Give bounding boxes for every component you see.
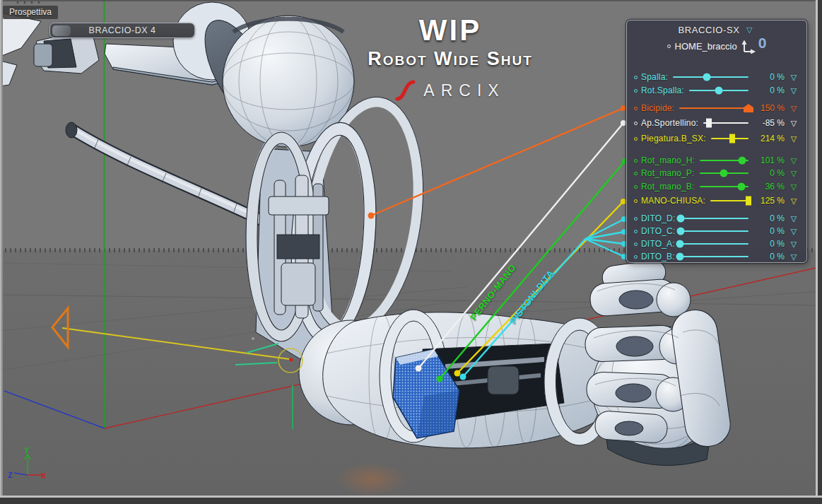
slider-track-mano-chiusa[interactable] — [710, 200, 748, 201]
slider-value-dito-b[interactable]: 0 % — [753, 252, 785, 262]
hud-slider-row-dito-a[interactable]: DITO_A:0 %▽ — [634, 238, 799, 250]
slider-knob-dito-d[interactable] — [676, 215, 684, 223]
slider-value-rot-mano-b[interactable]: 36 % — [753, 182, 785, 192]
slider-knob-dito-c[interactable] — [676, 228, 684, 235]
hud-slider-row-dito-b[interactable]: DITO_B:0 %▽ — [634, 250, 799, 263]
slider-knob-rot-mano-p[interactable] — [720, 170, 728, 177]
slider-knob-piegatura-b-sx[interactable] — [729, 134, 735, 143]
hud-slider-row-rot-spalla[interactable]: Rot.Spalla:0 %▽ — [634, 84, 799, 97]
slider-label-dito-d: DITO_D: — [641, 213, 676, 223]
hud-slider-row-ap-sportellino[interactable]: Ap.Sportellino:-85 %▽ — [634, 117, 799, 129]
dropdown-arrow-icon[interactable]: ▽ — [788, 157, 799, 165]
slider-value-dito-a[interactable]: 0 % — [753, 239, 785, 249]
slider-track-rot-mano-h[interactable] — [700, 160, 748, 161]
chevron-down-icon[interactable]: ▽ — [744, 26, 755, 34]
slider-track-dito-b[interactable] — [680, 256, 748, 257]
hud-home-row[interactable]: HOME_braccio 0 — [634, 38, 799, 54]
hud-panel-braccio-sx[interactable]: BRACCIO-SX ▽ HOME_braccio 0 Spalla:0 %▽R… — [626, 20, 807, 263]
window-grip-dots[interactable] — [14, 1, 42, 4]
slider-knob-spalla[interactable] — [703, 74, 711, 81]
dropdown-arrow-icon[interactable]: ▽ — [788, 105, 799, 112]
slider-value-rot-mano-p[interactable]: 0 % — [753, 168, 785, 178]
dropdown-arrow-icon[interactable]: ▽ — [788, 74, 799, 81]
dropdown-arrow-icon[interactable]: ▽ — [788, 183, 799, 191]
slider-knob-ap-sportellino[interactable] — [706, 119, 712, 128]
object-tag-braccio-dx[interactable]: BRACCIO-DX 4 — [49, 23, 195, 38]
dropdown-arrow-icon[interactable]: ▽ — [788, 253, 799, 261]
slider-track-ap-sportellino[interactable] — [703, 122, 748, 124]
hud-panel-title: BRACCIO-SX — [679, 25, 740, 35]
slider-track-dito-c[interactable] — [681, 230, 748, 232]
hud-slider-row-rot-mano-h[interactable]: Rot_mano_H:101 %▽ — [634, 154, 799, 167]
slider-label-rot-spalla: Rot.Spalla: — [641, 86, 684, 95]
dropdown-arrow-icon[interactable]: ▽ — [788, 170, 799, 177]
slider-label-ap-sportellino: Ap.Sportellino: — [641, 118, 698, 128]
slider-value-rot-mano-h[interactable]: 101 % — [753, 156, 785, 165]
slider-knob-rot-mano-b[interactable] — [738, 183, 746, 191]
slider-track-rot-mano-b[interactable] — [700, 186, 748, 187]
slider-value-rot-spalla[interactable]: 0 % — [753, 86, 785, 95]
slider-knob-bicipide[interactable] — [744, 104, 753, 112]
slider-track-rot-spalla[interactable] — [689, 90, 748, 91]
dropdown-arrow-icon[interactable]: ▽ — [788, 135, 799, 143]
bullet-icon — [634, 159, 638, 163]
slider-label-rot-mano-b: Rot_mano_B: — [641, 182, 695, 192]
bullet-icon — [634, 122, 638, 125]
bullet-icon — [634, 89, 638, 93]
viewport-name-label[interactable]: Prospettiva — [3, 6, 58, 19]
slider-value-ap-sportellino[interactable]: -85 % — [753, 118, 785, 128]
slider-label-mano-chiusa: MANO-CHIUSA: — [641, 196, 705, 206]
slider-track-piegatura-b-sx[interactable] — [711, 138, 748, 139]
slider-value-mano-chiusa[interactable]: 125 % — [753, 196, 785, 206]
dropdown-arrow-icon[interactable]: ▽ — [788, 119, 799, 127]
slider-label-rot-mano-p: Rot_mano_P: — [641, 168, 695, 178]
bullet-icon — [634, 242, 638, 246]
slider-track-bicipide[interactable] — [679, 107, 748, 109]
hud-slider-row-mano-chiusa[interactable]: MANO-CHIUSA:125 %▽ — [634, 194, 799, 207]
slider-track-spalla[interactable] — [673, 76, 748, 78]
slider-value-piegatura-b-sx[interactable]: 214 % — [753, 134, 785, 143]
hud-slider-row-dito-d[interactable]: DITO_D:0 %▽ — [634, 212, 799, 225]
object-tag-handle — [52, 25, 71, 36]
hud-slider-row-rot-mano-p[interactable]: Rot_mano_P:0 %▽ — [634, 167, 799, 180]
slider-knob-dito-b[interactable] — [676, 253, 683, 261]
hud-slider-list: Spalla:0 %▽Rot.Spalla:0 %▽Bicipide:150 %… — [634, 71, 799, 263]
dropdown-arrow-icon[interactable]: ▽ — [788, 240, 799, 248]
slider-knob-dito-a[interactable] — [676, 240, 683, 248]
slider-value-bicipide[interactable]: 150 % — [753, 103, 785, 113]
slider-track-rot-mano-p[interactable] — [700, 172, 748, 174]
slider-value-spalla[interactable]: 0 % — [753, 72, 785, 82]
hud-panel-header[interactable]: BRACCIO-SX ▽ — [634, 25, 799, 35]
window-edge-left-inner — [1, 0, 3, 504]
viewport[interactable]: Y X Z — [0, 0, 822, 504]
slider-label-bicipide: Bicipide: — [641, 103, 674, 113]
dropdown-arrow-icon[interactable]: ▽ — [788, 87, 799, 95]
slider-knob-rot-spalla[interactable] — [715, 87, 722, 95]
bullet-icon — [667, 45, 671, 48]
leader-endpoints — [368, 105, 628, 382]
slider-knob-mano-chiusa[interactable] — [746, 197, 751, 206]
brand-text: ARCIX — [423, 81, 505, 100]
dropdown-arrow-icon[interactable]: ▽ — [788, 197, 799, 205]
hud-slider-row-bicipide[interactable]: Bicipide:150 %▽ — [634, 102, 799, 115]
bullet-icon — [634, 76, 638, 79]
dropdown-arrow-icon[interactable]: ▽ — [788, 228, 799, 235]
bullet-icon — [634, 107, 638, 110]
slider-track-dito-a[interactable] — [680, 243, 748, 245]
window-edge-top — [0, 0, 822, 1]
home-frame-value: 0 — [758, 35, 767, 50]
slider-label-dito-a: DITO_A: — [641, 239, 675, 249]
sarcix-s-icon — [395, 78, 419, 102]
reset-axes-icon — [741, 38, 756, 54]
hud-slider-row-dito-c[interactable]: DITO_C:0 %▽ — [634, 225, 799, 238]
dropdown-arrow-icon[interactable]: ▽ — [788, 215, 799, 223]
slider-value-dito-c[interactable]: 0 % — [753, 226, 785, 236]
hud-slider-row-rot-mano-b[interactable]: Rot_mano_B:36 %▽ — [634, 180, 799, 193]
hud-slider-row-piegatura-b-sx[interactable]: Piegatura.B_SX:214 %▽ — [634, 132, 799, 145]
slider-label-dito-c: DITO_C: — [641, 226, 676, 236]
slider-knob-rot-mano-h[interactable] — [739, 157, 746, 165]
slider-value-dito-d[interactable]: 0 % — [753, 213, 785, 223]
hud-slider-row-spalla[interactable]: Spalla:0 %▽ — [634, 71, 799, 83]
slider-track-dito-d[interactable] — [681, 218, 748, 219]
home-braccio-label[interactable]: HOME_braccio — [675, 41, 737, 52]
